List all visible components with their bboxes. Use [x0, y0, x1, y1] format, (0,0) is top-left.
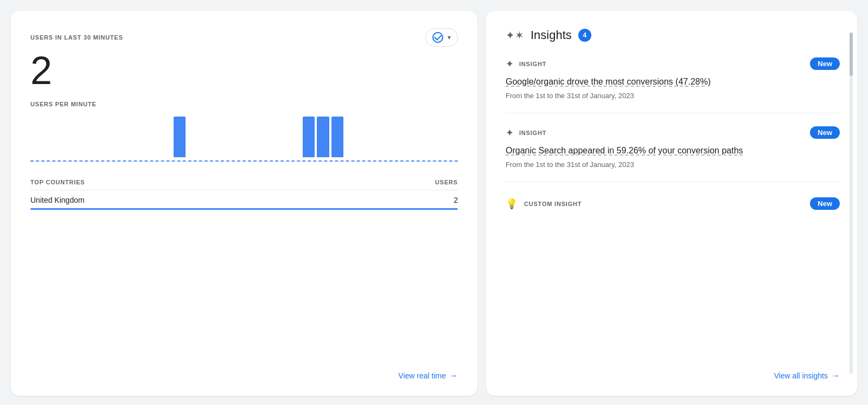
bar-column — [303, 117, 315, 157]
bar-chart — [30, 114, 458, 168]
insight-2-header: ✦ INSIGHT New — [506, 126, 840, 139]
check-circle-icon — [432, 32, 443, 43]
insight-1-new-badge: New — [810, 57, 840, 70]
countries-header: TOP COUNTRIES USERS — [30, 179, 458, 190]
bar-column — [174, 117, 186, 157]
realtime-card: USERS IN LAST 30 MINUTES ▾ 2 USERS PER M… — [11, 11, 477, 396]
bar-column — [331, 117, 343, 157]
insights-count-badge: 4 — [578, 29, 591, 42]
sparkle-icon-2: ✦ — [506, 127, 514, 139]
arrow-right-icon: → — [449, 371, 458, 381]
chevron-down-icon: ▾ — [448, 34, 451, 41]
country-name: United Kingdom — [30, 196, 85, 204]
custom-insight-left: 💡 CUSTOM INSIGHT — [506, 198, 582, 210]
sparkle-icon-1: ✦ — [506, 58, 514, 70]
users-in-last-30-label: USERS IN LAST 30 MINUTES — [30, 34, 123, 41]
insights-sparkle-icon: ✦✶ — [506, 29, 524, 42]
custom-insight-row[interactable]: 💡 CUSTOM INSIGHT New — [506, 195, 840, 210]
main-container: USERS IN LAST 30 MINUTES ▾ 2 USERS PER M… — [11, 11, 857, 396]
view-realtime-label: View real time — [398, 371, 446, 380]
insight-2-text: Organic Search appeared in 59.26% of you… — [506, 144, 840, 157]
insight-1-header: ✦ INSIGHT New — [506, 57, 840, 70]
view-all-label: View all insights — [774, 371, 828, 380]
insight-2-type-label: INSIGHT — [519, 130, 546, 136]
bar-fill — [303, 117, 315, 157]
insight-2-type: ✦ INSIGHT — [506, 127, 546, 139]
view-all-section: View all insights → — [506, 356, 840, 381]
bar-fill — [174, 117, 186, 157]
users-col-label: USERS — [435, 179, 458, 185]
insights-header: ✦✶ Insights 4 — [506, 28, 840, 42]
country-count: 2 — [454, 196, 458, 204]
bar-fill — [317, 117, 329, 157]
insight-1-text: Google/organic drove the most conversion… — [506, 75, 840, 88]
card-header: USERS IN LAST 30 MINUTES ▾ — [30, 28, 458, 47]
users-count: 2 — [30, 51, 458, 90]
top-countries-label: TOP COUNTRIES — [30, 179, 85, 185]
bar-fill — [331, 117, 343, 157]
insight-2-date: From the 1st to the 31st of January, 202… — [506, 160, 840, 169]
bars-wrapper — [30, 114, 458, 157]
view-all-insights-link[interactable]: View all insights → — [774, 371, 840, 381]
view-realtime-link[interactable]: View real time → — [398, 371, 458, 381]
insight-item-2[interactable]: ✦ INSIGHT New Organic Search appeared in… — [506, 126, 840, 182]
scrollbar-thumb — [850, 33, 853, 76]
bulb-icon: 💡 — [506, 198, 518, 210]
custom-insight-label: CUSTOM INSIGHT — [524, 201, 582, 207]
users-per-minute-label: USERS PER MINUTE — [30, 101, 458, 107]
insights-card: ✦✶ Insights 4 ✦ INSIGHT New Google/organ… — [486, 11, 857, 396]
insight-1-date: From the 1st to the 31st of January, 202… — [506, 92, 840, 100]
country-row[interactable]: United Kingdom 2 — [30, 190, 458, 210]
insight-2-new-badge: New — [810, 126, 840, 139]
view-all-arrow-icon: → — [831, 371, 840, 381]
insight-1-type-label: INSIGHT — [519, 61, 546, 67]
custom-insight-new-badge: New — [810, 197, 840, 210]
scrollbar-track[interactable] — [850, 33, 853, 374]
insights-title: Insights — [531, 28, 572, 42]
dashed-baseline — [30, 160, 458, 162]
country-bar — [30, 208, 458, 210]
insight-item-1[interactable]: ✦ INSIGHT New Google/organic drove the m… — [506, 57, 840, 113]
bar-column — [317, 117, 329, 157]
check-dropdown-button[interactable]: ▾ — [425, 28, 458, 47]
insight-1-type: ✦ INSIGHT — [506, 58, 546, 70]
view-realtime-section: View real time → — [30, 353, 458, 381]
countries-section: TOP COUNTRIES USERS United Kingdom 2 — [30, 179, 458, 210]
